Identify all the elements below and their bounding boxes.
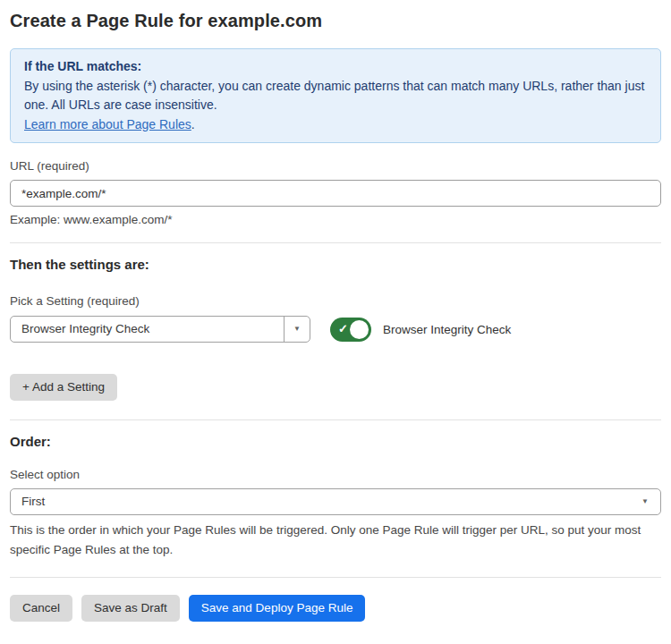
save-as-draft-button[interactable]: Save as Draft (81, 595, 180, 622)
select-option-label: Select option (10, 467, 661, 482)
divider (10, 419, 661, 420)
settings-section-heading: Then the settings are: (10, 257, 661, 273)
setting-select-dropdown-button[interactable]: ▼ (284, 317, 310, 342)
url-input[interactable] (10, 180, 661, 207)
order-select[interactable]: First ▼ (10, 488, 661, 515)
footer-actions: Cancel Save as Draft Save and Deploy Pag… (10, 595, 661, 622)
url-match-info-box: If the URL matches: By using the asteris… (10, 48, 661, 143)
create-page-rule-form: Create a Page Rule for example.com If th… (0, 0, 671, 622)
caret-down-icon: ▼ (293, 326, 301, 333)
order-helper-text: This is the order in which your Page Rul… (10, 521, 661, 560)
learn-more-page-rules-link[interactable]: Learn more about Page Rules (24, 117, 191, 131)
url-label: URL (required) (10, 158, 661, 174)
setting-row: Browser Integrity Check ▼ ✓ Browser Inte… (10, 316, 661, 343)
page-title: Create a Page Rule for example.com (10, 11, 661, 31)
check-icon: ✓ (338, 323, 348, 335)
divider (10, 577, 661, 578)
info-box-heading: If the URL matches: (24, 57, 647, 77)
setting-select-value: Browser Integrity Check (11, 317, 284, 342)
save-and-deploy-button[interactable]: Save and Deploy Page Rule (189, 595, 366, 622)
info-box-body: By using the asterisk (*) character, you… (24, 77, 647, 115)
toggle-knob (350, 320, 369, 339)
link-period: . (191, 117, 195, 131)
setting-select[interactable]: Browser Integrity Check ▼ (10, 316, 310, 343)
caret-down-icon: ▼ (641, 498, 649, 505)
toggle-setting-label: Browser Integrity Check (383, 323, 511, 336)
browser-integrity-toggle[interactable]: ✓ (330, 318, 371, 342)
pick-setting-label: Pick a Setting (required) (10, 293, 661, 309)
order-select-value: First (11, 489, 641, 514)
url-example-helper: Example: www.example.com/* (10, 212, 661, 227)
divider (10, 242, 661, 243)
order-section-heading: Order: (10, 434, 661, 450)
order-select-caret-wrap: ▼ (641, 489, 660, 514)
info-box-link-line: Learn more about Page Rules. (24, 115, 647, 135)
add-setting-button[interactable]: + Add a Setting (10, 374, 117, 401)
cancel-button[interactable]: Cancel (10, 595, 72, 622)
